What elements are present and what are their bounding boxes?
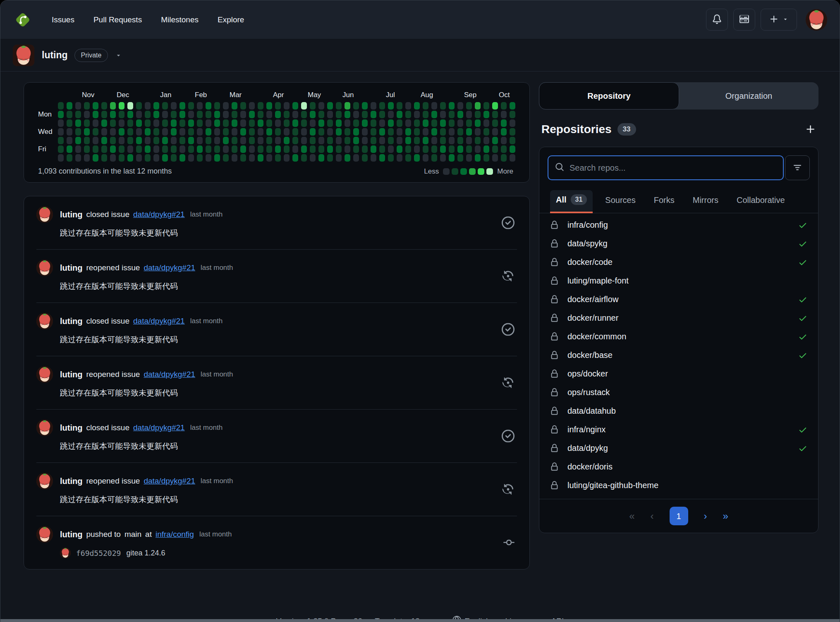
actor-avatar[interactable] — [36, 419, 53, 436]
repo-list-item[interactable]: docker/base — [539, 346, 818, 365]
repo-list-item[interactable]: docker/doris — [539, 458, 818, 476]
heatmap-cell — [318, 111, 324, 118]
repo-list-item[interactable]: infra/nginx — [539, 420, 818, 439]
pagination-page-button[interactable]: 1 — [670, 507, 688, 525]
filter-tab-mirrors[interactable]: Mirrors — [687, 191, 724, 213]
issue-reopened-icon — [502, 377, 515, 389]
actor-avatar[interactable] — [36, 260, 53, 276]
plus-icon — [769, 14, 779, 25]
repo-list-item[interactable]: data/spykg — [539, 234, 818, 253]
feed-target-link[interactable]: data/dpykg#21 — [133, 423, 185, 432]
heatmap-cell — [284, 145, 290, 153]
actor-avatar[interactable] — [36, 313, 53, 329]
heatmap-cell — [449, 119, 455, 127]
feed-actor[interactable]: luting — [60, 370, 82, 379]
right-column: RepositoryOrganization Repositories 33 A… — [539, 82, 818, 533]
heatmap-cell — [310, 145, 316, 153]
heatmap-cell — [318, 102, 324, 110]
repo-list-item[interactable]: ops/docker — [539, 365, 818, 383]
heatmap-cell — [388, 154, 394, 162]
profile-avatar[interactable] — [13, 45, 34, 66]
actor-avatar[interactable] — [36, 473, 53, 489]
commit-hash-link[interactable]: f69d552029 — [76, 549, 121, 558]
filter-tab-forks[interactable]: Forks — [648, 191, 680, 213]
repo-list-item[interactable]: luting/gitea-github-theme — [539, 476, 818, 495]
nav-link-milestones[interactable]: Milestones — [161, 15, 199, 24]
feed-target-link[interactable]: data/dpykg#21 — [144, 370, 195, 379]
feed-item: lutingreopened issuedata/dpykg#21last mo… — [36, 249, 517, 303]
heatmap-cell — [440, 137, 446, 144]
feed-target-link[interactable]: data/dpykg#21 — [133, 210, 185, 219]
feed-actor[interactable]: luting — [60, 423, 82, 433]
heatmap-cell — [301, 137, 307, 144]
heatmap-cell — [397, 119, 402, 127]
filter-tab-collaborative[interactable]: Collaborative — [731, 191, 791, 213]
repo-name: luting/gitea-github-theme — [567, 481, 658, 490]
heatmap-cell — [84, 128, 90, 136]
bell-icon — [712, 14, 722, 25]
heatmap-cell — [206, 154, 211, 162]
heatmap-cell — [179, 102, 185, 110]
bottom-scrollbar-strip[interactable] — [0, 619, 840, 622]
chevron-down-icon[interactable] — [115, 52, 122, 58]
admin-panel-button[interactable] — [733, 9, 755, 31]
heatmap-cell — [240, 145, 246, 153]
heatmap-cell — [240, 102, 246, 110]
actor-avatar[interactable] — [36, 366, 53, 383]
heatmap-cell — [327, 137, 333, 144]
repo-name: data/spykg — [567, 239, 608, 248]
notifications-button[interactable] — [706, 9, 728, 31]
heatmap-cell — [93, 154, 98, 162]
repo-list-item[interactable]: infra/config — [539, 216, 818, 234]
repo-list-item[interactable]: data/datahub — [539, 402, 818, 420]
feed-actor[interactable]: luting — [60, 317, 82, 326]
repo-list-item[interactable]: docker/airflow — [539, 290, 818, 309]
repo-list-item[interactable]: ops/rustack — [539, 383, 818, 402]
feed-actor[interactable]: luting — [60, 210, 82, 219]
filter-tab-sources[interactable]: Sources — [599, 191, 641, 213]
repo-list-item[interactable]: data/dpykg — [539, 439, 818, 458]
heatmap-cell — [67, 137, 72, 144]
feed-target-link[interactable]: infra/config — [156, 530, 194, 539]
repo-filter-button[interactable] — [785, 155, 810, 180]
filter-tab-all[interactable]: All31 — [550, 190, 593, 213]
heatmap-cell — [258, 154, 263, 162]
feed-actor[interactable]: luting — [60, 263, 82, 273]
heatmap-cell — [58, 119, 64, 127]
feed-target-link[interactable]: data/dpykg#21 — [133, 317, 185, 326]
repo-list-item[interactable]: docker/common — [539, 327, 818, 346]
repo-list-item[interactable]: docker/runner — [539, 309, 818, 327]
heatmap-cell — [75, 128, 81, 136]
feed-target-link[interactable]: data/dpykg#21 — [144, 263, 195, 272]
actor-avatar[interactable] — [36, 526, 53, 543]
user-avatar[interactable] — [806, 9, 827, 31]
search-input[interactable] — [570, 163, 776, 173]
heatmap-cell — [266, 102, 272, 110]
heatmap-cell — [466, 128, 472, 136]
repo-list-item[interactable]: docker/code — [539, 253, 818, 272]
heatmap-cell — [136, 111, 142, 118]
create-new-button[interactable] — [761, 9, 797, 31]
tab-repository[interactable]: Repository — [539, 82, 679, 110]
pagination-last-button[interactable]: » — [723, 511, 728, 521]
check-icon — [798, 221, 807, 230]
heatmap-cell — [206, 111, 211, 118]
nav-link-issues[interactable]: Issues — [52, 15, 74, 24]
heatmap-cell — [223, 128, 229, 136]
pagination-next-button[interactable]: › — [704, 511, 707, 521]
heatmap-cell — [362, 102, 368, 110]
actor-avatar[interactable] — [36, 206, 53, 223]
feed-actor[interactable]: luting — [60, 477, 82, 486]
heatmap-cell — [214, 154, 220, 162]
heatmap-day-labels: MonWedFri — [38, 102, 58, 162]
nav-link-pull-requests[interactable]: Pull Requests — [93, 15, 142, 24]
gitea-logo-icon[interactable] — [13, 10, 33, 30]
heatmap-cell — [510, 111, 515, 118]
feed-actor[interactable]: luting — [60, 530, 82, 539]
add-repository-button[interactable] — [805, 124, 816, 135]
heatmap-cell — [58, 145, 64, 153]
repo-list-item[interactable]: luting/maple-font — [539, 272, 818, 290]
tab-organization[interactable]: Organization — [679, 82, 818, 110]
feed-target-link[interactable]: data/dpykg#21 — [144, 477, 195, 486]
nav-link-explore[interactable]: Explore — [218, 15, 244, 24]
